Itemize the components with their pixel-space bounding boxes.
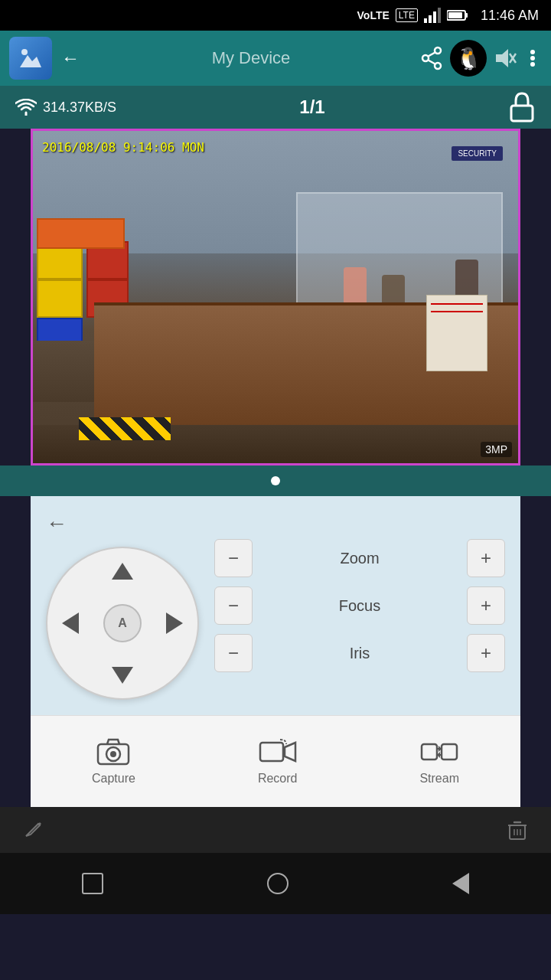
- android-nav-bar: [0, 853, 551, 914]
- ptz-up-button[interactable]: [107, 556, 138, 586]
- status-bar: VoLTE LTE 11:46 AM: [0, 0, 551, 31]
- lte-label: LTE: [396, 8, 418, 22]
- stream-icon: [420, 738, 458, 766]
- more-icon[interactable]: [523, 46, 542, 70]
- svg-marker-26: [285, 743, 295, 761]
- ptz-down-button[interactable]: [107, 660, 138, 691]
- hazard-stripe: [79, 417, 171, 440]
- svg-point-9: [21, 49, 28, 55]
- home-button[interactable]: [267, 873, 289, 894]
- svg-point-10: [435, 47, 441, 54]
- ptz-left-button[interactable]: [55, 608, 86, 639]
- zoom-row: − Zoom +: [214, 539, 505, 577]
- back-icon: [452, 873, 469, 894]
- stream-label: Stream: [419, 772, 459, 786]
- qq-button[interactable]: 🐧: [450, 40, 487, 77]
- arrow-up-icon: [112, 563, 133, 580]
- page-title: My Device: [92, 48, 410, 68]
- svg-point-20: [530, 62, 535, 67]
- iris-plus-button[interactable]: +: [467, 634, 505, 672]
- iris-label: Iris: [259, 645, 461, 662]
- qq-icon: 🐧: [455, 46, 482, 71]
- wifi-speed-display: 314.37KB/S: [15, 99, 116, 116]
- svg-rect-21: [511, 106, 533, 121]
- svg-rect-5: [465, 13, 468, 18]
- warehouse-scene: SECURITY: [33, 131, 518, 463]
- boxes-table: [426, 295, 487, 371]
- capture-icon: [96, 738, 130, 766]
- record-icon: [259, 738, 297, 766]
- svg-marker-15: [496, 49, 508, 67]
- stream-button[interactable]: Stream: [404, 730, 474, 793]
- recent-apps-icon: [82, 873, 103, 894]
- svg-line-14: [429, 60, 435, 64]
- controls-panel: ← A − Zoom + − Focus +: [31, 496, 520, 715]
- capture-label: Capture: [92, 772, 135, 786]
- logo-icon: [17, 44, 44, 72]
- zoom-plus-button[interactable]: +: [467, 539, 505, 577]
- app-header: ← My Device 🐧: [0, 31, 551, 86]
- home-icon: [267, 873, 289, 894]
- zfi-section: − Zoom + − Focus + − Iris +: [214, 511, 505, 700]
- signal-icon: [424, 8, 441, 23]
- camera-resolution: 3MP: [481, 442, 512, 457]
- focus-row: − Focus +: [214, 586, 505, 625]
- info-bar: 314.37KB/S 1/1: [0, 86, 551, 129]
- page-indicator: [0, 466, 551, 496]
- svg-point-18: [530, 50, 535, 54]
- ptz-center-button[interactable]: A: [103, 604, 142, 642]
- mute-icon[interactable]: [493, 46, 517, 70]
- svg-rect-27: [422, 744, 437, 760]
- iris-row: − Iris +: [214, 634, 505, 672]
- arrow-down-icon: [112, 667, 133, 684]
- svg-point-11: [422, 55, 429, 61]
- svg-rect-2: [433, 11, 436, 23]
- camera-timestamp: 2016/08/08 9:14:06 MON: [42, 140, 204, 155]
- page-counter: 1/1: [116, 96, 508, 118]
- ptz-section: ← A: [46, 511, 199, 700]
- svg-rect-0: [424, 18, 427, 23]
- iris-minus-button[interactable]: −: [214, 634, 253, 672]
- record-label: Record: [258, 772, 298, 786]
- svg-point-12: [435, 63, 441, 69]
- edit-icon[interactable]: [23, 819, 44, 841]
- logo-button[interactable]: [9, 37, 52, 80]
- svg-rect-25: [260, 743, 283, 761]
- security-sign: SECURITY: [452, 146, 503, 161]
- controls-back-button[interactable]: ←: [46, 511, 67, 536]
- volte-label: VoLTE: [357, 9, 390, 21]
- svg-point-19: [530, 56, 535, 60]
- svg-rect-6: [448, 12, 462, 18]
- battery-icon: [447, 9, 468, 21]
- back-arrow[interactable]: ←: [61, 47, 80, 69]
- arrow-left-icon: [62, 612, 79, 634]
- ptz-right-button[interactable]: [159, 608, 190, 639]
- speed-value: 314.37KB/S: [43, 100, 116, 116]
- dot-1: [271, 476, 280, 485]
- record-button[interactable]: Record: [243, 730, 313, 793]
- svg-point-24: [110, 751, 116, 757]
- svg-rect-28: [442, 744, 457, 760]
- arrow-right-icon: [166, 612, 183, 634]
- trash-icon[interactable]: [507, 819, 528, 841]
- zoom-label: Zoom: [259, 550, 461, 567]
- focus-plus-button[interactable]: +: [467, 586, 505, 625]
- time-display: 11:46 AM: [481, 8, 539, 24]
- focus-minus-button[interactable]: −: [214, 586, 253, 625]
- header-icons: 🐧: [419, 40, 542, 77]
- camera-feed: SECURITY 2016/08/08 9:14:06 MON 3MP: [31, 129, 520, 466]
- wifi-icon: [15, 99, 37, 116]
- soft-nav-top: [0, 807, 551, 853]
- svg-rect-1: [429, 15, 432, 23]
- ptz-circle: A: [46, 547, 199, 700]
- share-icon[interactable]: [419, 46, 444, 70]
- back-button[interactable]: [452, 873, 469, 894]
- capture-button[interactable]: Capture: [77, 730, 151, 793]
- recent-apps-button[interactable]: [82, 873, 103, 894]
- action-bar: Capture Record Stream: [31, 715, 520, 807]
- svg-rect-3: [438, 8, 441, 23]
- svg-line-13: [429, 53, 435, 57]
- zoom-minus-button[interactable]: −: [214, 539, 253, 577]
- lock-icon[interactable]: [508, 92, 536, 122]
- svg-rect-7: [17, 44, 44, 72]
